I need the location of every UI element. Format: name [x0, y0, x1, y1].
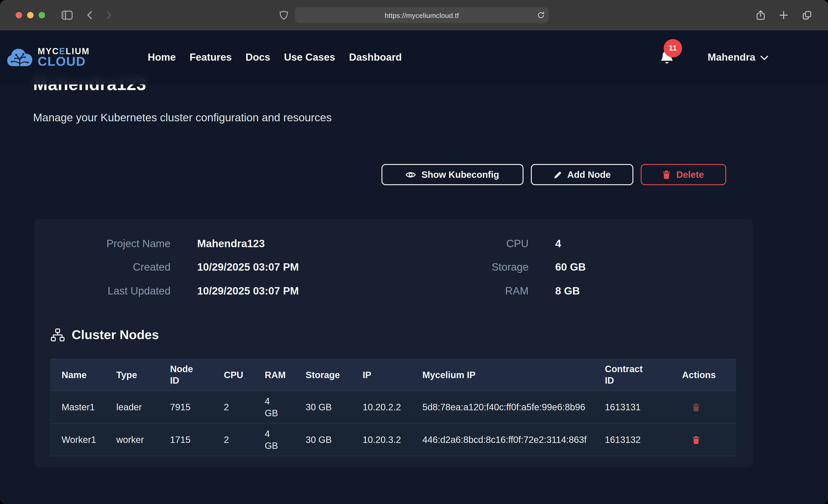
cell-node-id: 1715 — [159, 424, 212, 456]
cell-cpu: 2 — [212, 424, 253, 456]
cell-node-id: 7915 — [159, 391, 212, 423]
col-header-cpu: CPU — [212, 359, 253, 390]
cluster-nodes-heading: Cluster Nodes — [50, 328, 159, 342]
notification-badge: 11 — [663, 39, 682, 57]
trash-icon — [663, 170, 671, 179]
show-kubeconfig-button[interactable]: Show Kubeconfig — [381, 164, 523, 185]
close-window-button[interactable] — [16, 12, 22, 18]
project-name-label: Project Name — [34, 238, 170, 250]
brand-logo[interactable]: MYCELIUM CLOUD — [6, 47, 90, 68]
ram-label: RAM — [356, 285, 529, 297]
cell-mycelium-ip: 446:d2a6:8bcd:8c16:ff0f:72e2:3114:863f — [411, 424, 593, 456]
cell-cpu: 2 — [212, 391, 253, 423]
tabs-overview-icon — [802, 10, 812, 20]
delete-node-button[interactable] — [692, 403, 700, 411]
cell-type: leader — [105, 391, 159, 423]
page-content: Mahendra123 Manage your Kubernetes clust… — [0, 30, 828, 504]
cluster-nodes-table: Name Type Node ID CPU RAM Storage IP Myc… — [50, 359, 736, 456]
col-header-contract-id: Contract ID — [593, 359, 671, 390]
cluster-details-card: Project Name Mahendra123 Created 10/29/2… — [34, 219, 753, 468]
storage-value: 60 GB — [555, 261, 753, 274]
reload-icon — [537, 11, 545, 19]
trash-icon — [692, 435, 700, 444]
sidebar-toggle-button[interactable] — [61, 10, 73, 20]
project-name-value: Mahendra123 — [197, 238, 356, 250]
cell-ram: 4 GB — [253, 424, 294, 456]
chevron-left-icon — [86, 10, 93, 20]
reload-button[interactable] — [537, 11, 545, 19]
table-row-worker1: Worker1 worker 1715 2 4 GB 30 GB 10.20.3… — [50, 424, 736, 456]
browser-chrome: https://myceliumcloud.tf — [0, 0, 828, 30]
col-header-type: Type — [105, 359, 159, 390]
col-header-mycelium-ip: Mycelium IP — [411, 359, 593, 390]
nav-link-docs[interactable]: Docs — [245, 51, 270, 64]
nav-link-home[interactable]: Home — [148, 51, 176, 64]
sidebar-icon — [61, 10, 73, 20]
tab-overview-button[interactable] — [802, 10, 812, 20]
shield-icon[interactable] — [280, 10, 288, 20]
cell-name: Master1 — [50, 391, 105, 423]
user-menu[interactable]: Mahendra — [708, 51, 768, 64]
col-header-actions: Actions — [671, 359, 736, 390]
cell-contract-id: 1613132 — [593, 424, 671, 456]
col-header-ram: RAM — [253, 359, 294, 390]
storage-label: Storage — [356, 261, 529, 274]
col-header-storage: Storage — [294, 359, 351, 390]
traffic-lights — [16, 12, 45, 18]
delete-node-button[interactable] — [692, 435, 700, 444]
cell-storage: 30 GB — [294, 391, 351, 423]
cell-mycelium-ip: 5d8:78ea:a120:f40c:ff0f:a5fe:99e6:8b96 — [411, 391, 593, 423]
delete-cluster-button[interactable]: Delete — [640, 164, 726, 185]
nav-link-features[interactable]: Features — [190, 51, 232, 64]
table-row-master1: Master1 leader 7915 2 4 GB 30 GB 10.20.2… — [50, 391, 736, 424]
table-header-row: Name Type Node ID CPU RAM Storage IP Myc… — [50, 359, 736, 391]
url-text: https://myceliumcloud.tf — [385, 11, 459, 19]
add-node-button[interactable]: Add Node — [531, 164, 633, 185]
plus-icon — [779, 10, 788, 20]
fullscreen-window-button[interactable] — [39, 12, 45, 18]
ram-value: 8 GB — [555, 285, 753, 297]
cell-ip: 10.20.2.2 — [351, 391, 411, 423]
cell-ip: 10.20.3.2 — [351, 424, 411, 456]
notifications-button[interactable]: 11 — [660, 50, 673, 65]
browser-window: https://myceliumcloud.tf — [0, 0, 828, 504]
cell-actions — [671, 391, 736, 423]
trash-icon — [692, 403, 700, 411]
mycelium-cloud-logo-icon — [6, 47, 33, 68]
address-bar[interactable]: https://myceliumcloud.tf — [295, 7, 549, 23]
back-button[interactable] — [86, 10, 93, 20]
chevron-down-icon — [760, 54, 768, 60]
cell-contract-id: 1613131 — [593, 391, 671, 423]
minimize-window-button[interactable] — [27, 12, 34, 18]
share-icon — [756, 10, 765, 21]
created-value: 10/29/2025 03:07 PM — [197, 261, 356, 274]
last-updated-label: Last Updated — [34, 285, 170, 297]
cell-name: Worker1 — [50, 424, 105, 456]
cell-ram: 4 GB — [253, 391, 294, 423]
col-header-ip: IP — [351, 359, 411, 390]
cell-storage: 30 GB — [294, 424, 351, 456]
nav-link-use-cases[interactable]: Use Cases — [284, 51, 335, 64]
pencil-icon — [553, 170, 562, 179]
page-subtitle: Manage your Kubernetes cluster configura… — [33, 111, 332, 124]
network-icon — [50, 329, 65, 341]
cpu-value: 4 — [555, 238, 753, 250]
eye-icon — [405, 171, 416, 178]
chevron-right-icon — [106, 10, 112, 20]
col-header-name: Name — [50, 359, 105, 390]
cluster-overview: Project Name Mahendra123 Created 10/29/2… — [34, 238, 753, 297]
user-name: Mahendra — [708, 51, 755, 64]
created-label: Created — [34, 261, 170, 274]
col-header-node-id: Node ID — [159, 359, 212, 390]
nav-links: Home Features Docs Use Cases Dashboard — [148, 51, 402, 64]
forward-button[interactable] — [106, 10, 112, 20]
cell-type: worker — [105, 424, 159, 456]
brand-wordmark: MYCELIUM CLOUD — [38, 48, 90, 67]
share-button[interactable] — [756, 10, 765, 21]
cluster-actions-toolbar: Show Kubeconfig Add Node Delete — [381, 164, 726, 185]
last-updated-value: 10/29/2025 03:07 PM — [197, 285, 356, 297]
cell-actions — [671, 424, 736, 456]
new-tab-button[interactable] — [779, 10, 788, 20]
nav-link-dashboard[interactable]: Dashboard — [349, 51, 402, 64]
top-navbar: MYCELIUM CLOUD Home Features Docs Use Ca… — [0, 30, 828, 85]
